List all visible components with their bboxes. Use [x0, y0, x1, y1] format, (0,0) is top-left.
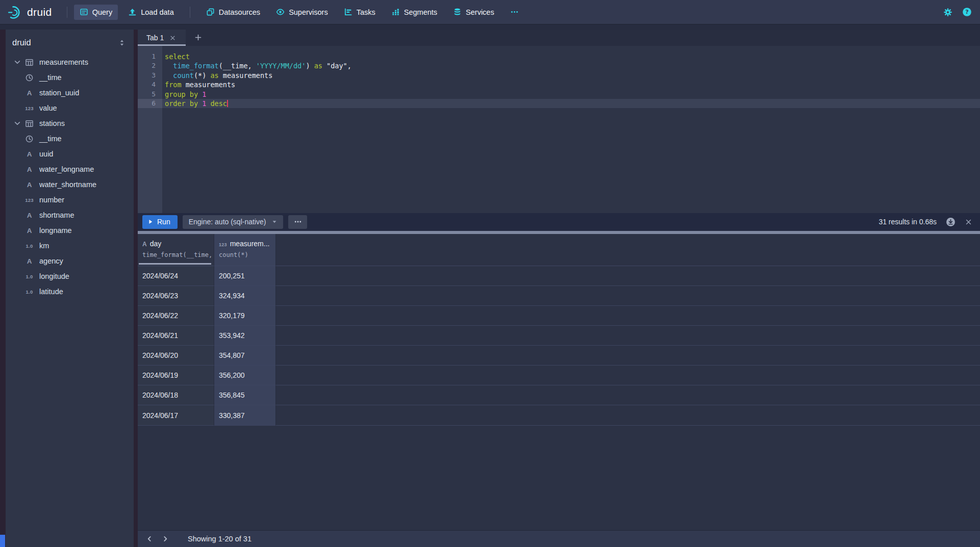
tasks-icon [344, 8, 353, 16]
number-type-icon: 123 [219, 242, 227, 247]
run-bar-right: 31 results in 0.68s [878, 217, 972, 227]
schema-selector[interactable]: druid [6, 30, 134, 51]
sidebar-table-measurements[interactable]: measurements [6, 55, 134, 70]
sidebar-column-longitude[interactable]: 1.0longitude [6, 269, 134, 284]
code-line-1: 1select [138, 52, 980, 61]
nav-item-supervisors[interactable]: Supervisors [270, 5, 334, 20]
sidebar-column-longname[interactable]: Alongname [6, 223, 134, 238]
code-line-2: 2 time_format(__time, 'YYYY/MM/dd') as "… [138, 61, 980, 70]
nav-item-tasks[interactable]: Tasks [338, 5, 381, 20]
query-more-button[interactable] [288, 215, 307, 229]
close-tab-icon[interactable] [169, 35, 176, 41]
nav-item-query[interactable]: Query [74, 5, 118, 20]
cell-measurements[interactable]: 320,179 [214, 306, 276, 326]
more-icon [294, 218, 302, 226]
nav-item-load-data[interactable]: Load data [122, 5, 180, 20]
code-line-4: 4from measurements [138, 80, 980, 89]
engine-select-button[interactable]: Engine: auto (sql-native) [183, 215, 284, 229]
druid-logo-icon [7, 5, 22, 20]
cell-day[interactable]: 2024/06/20 [138, 346, 214, 366]
sidebar-column-latitude[interactable]: 1.0latitude [6, 284, 134, 299]
sidebar-column-uuid[interactable]: Auuid [6, 146, 134, 162]
sidebar-table-stations[interactable]: stations [6, 116, 134, 131]
gear-icon[interactable] [943, 8, 952, 17]
cell-day[interactable]: 2024/06/21 [138, 326, 214, 346]
cell-day[interactable]: 2024/06/22 [138, 306, 214, 326]
nav-item-services[interactable]: Services [447, 5, 500, 20]
tab-1[interactable]: Tab 1 [138, 30, 186, 46]
code-line-3: 3 count(*) as measurements [138, 71, 980, 80]
cell-day[interactable]: 2024/06/17 [138, 405, 214, 425]
cell-day[interactable]: 2024/06/23 [138, 286, 214, 306]
sidebar-column-value[interactable]: 123value [6, 100, 134, 116]
sidebar-column-water_shortname[interactable]: Awater_shortname [6, 177, 134, 192]
sidebar-column-shortname[interactable]: Ashortname [6, 207, 134, 223]
string-type-icon: A [25, 227, 34, 235]
results-rows: 2024/06/24200,2512024/06/23324,9342024/0… [138, 266, 980, 426]
text-cursor [227, 100, 228, 107]
prev-page-icon[interactable] [144, 533, 155, 544]
table-icon [25, 119, 34, 128]
table-name: stations [39, 119, 65, 127]
sidebar-column-__time[interactable]: __time [6, 70, 134, 85]
cell-measurements[interactable]: 200,251 [214, 266, 276, 286]
navbar-divider [67, 7, 67, 18]
double-type-icon: 1.0 [25, 274, 34, 279]
string-type-icon: A [25, 212, 34, 219]
column-name: km [39, 242, 49, 250]
cell-day[interactable]: 2024/06/19 [138, 366, 214, 385]
cell-measurements[interactable]: 353,942 [214, 326, 276, 346]
caret-down-icon [271, 218, 278, 225]
table-row: 2024/06/23324,934 [138, 286, 980, 306]
sidebar-column-__time[interactable]: __time [6, 131, 134, 146]
column-header-day[interactable]: A day time_format(__time, … [138, 234, 214, 266]
sidebar-column-number[interactable]: 123number [6, 192, 134, 207]
sidebar-column-agency[interactable]: Aagency [6, 253, 134, 269]
druid-logo-text: druid [27, 6, 52, 18]
column-name: longname [39, 226, 72, 235]
nav-item-label: Load data [141, 8, 174, 16]
nav-item-label: Query [92, 8, 113, 16]
nav-item-label: Services [466, 8, 494, 16]
sidebar-column-water_longname[interactable]: Awater_longname [6, 162, 134, 177]
nav-item-more[interactable] [505, 5, 524, 20]
string-type-icon: A [25, 89, 34, 97]
clock-icon [25, 135, 34, 143]
sidebar-column-km[interactable]: 1.0km [6, 238, 134, 253]
code-lines: 1select2 time_format(__time, 'YYYY/MM/dd… [138, 52, 980, 108]
sql-editor[interactable]: 1select2 time_format(__time, 'YYYY/MM/dd… [138, 46, 980, 213]
line-number: 6 [138, 99, 162, 108]
schema-sidebar: druid measurements__timeAstation_uuid123… [6, 30, 134, 547]
druid-logo[interactable]: druid [7, 5, 52, 20]
column-name: water_shortname [39, 180, 96, 189]
new-tab-icon[interactable] [194, 34, 202, 41]
nav-item-label: Segments [404, 8, 437, 16]
run-button[interactable]: Run [142, 215, 178, 229]
download-icon[interactable] [946, 217, 956, 227]
cell-measurements[interactable]: 356,200 [214, 366, 276, 385]
nav-item-segments[interactable]: Segments [386, 5, 443, 20]
column-name: longitude [39, 272, 69, 280]
cell-measurements[interactable]: 354,807 [214, 346, 276, 366]
segments-icon [391, 8, 400, 16]
nav-item-datasources[interactable]: Datasources [200, 5, 266, 20]
tab-bar: Tab 1 [138, 30, 980, 46]
query-icon [80, 8, 88, 16]
table-name: measurements [39, 58, 88, 66]
string-type-icon: A [25, 150, 34, 158]
help-icon[interactable]: ? [962, 7, 972, 17]
cell-day[interactable]: 2024/06/24 [138, 266, 214, 286]
cell-measurements[interactable]: 330,387 [214, 405, 276, 425]
column-name: station_uuid [39, 89, 79, 97]
line-number: 3 [138, 71, 162, 80]
next-page-icon[interactable] [160, 533, 171, 544]
table-row: 2024/06/21353,942 [138, 326, 980, 346]
column-header-measurements[interactable]: 123 measurem... count(*) [214, 234, 276, 266]
schema-tree: measurements__timeAstation_uuid123values… [6, 55, 134, 299]
cell-measurements[interactable]: 324,934 [214, 286, 276, 306]
close-results-icon[interactable] [965, 218, 972, 226]
navbar-divider [190, 7, 190, 18]
cell-measurements[interactable]: 356,845 [214, 385, 276, 405]
cell-day[interactable]: 2024/06/18 [138, 385, 214, 405]
sidebar-column-station_uuid[interactable]: Astation_uuid [6, 85, 134, 100]
